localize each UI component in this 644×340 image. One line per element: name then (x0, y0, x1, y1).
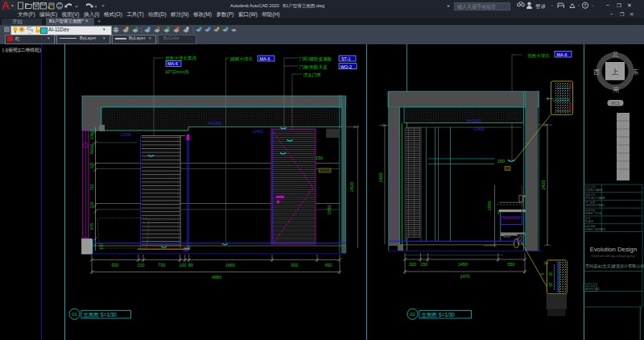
svg-text:APPROVED: APPROVED (585, 288, 600, 291)
svg-text:[-][俯视][二维线框]: [-][俯视][二维线框] (2, 47, 41, 53)
svg-text:墙面大理石: 墙面大理石 (527, 53, 550, 59)
svg-text:01: 01 (72, 312, 76, 317)
svg-text:1550: 1550 (487, 201, 492, 211)
svg-text:100: 100 (90, 133, 94, 139)
svg-text:MA-6: MA-6 (557, 52, 568, 57)
svg-text:?: ? (584, 3, 586, 8)
svg-text:100: 100 (180, 263, 187, 267)
svg-text:710: 710 (90, 184, 94, 190)
svg-text:320: 320 (409, 262, 416, 267)
svg-text:150: 150 (420, 262, 427, 267)
svg-text:东: 东 (633, 68, 639, 76)
svg-text:H=2400: H=2400 (467, 118, 481, 123)
svg-text:门扇/面贴木皮: 门扇/面贴木皮 (299, 64, 328, 70)
svg-text:550: 550 (508, 262, 515, 267)
svg-text:Evolution Design: Evolution Design (590, 246, 638, 253)
svg-text:SHEET TITLE: SHEET TITLE (585, 212, 601, 215)
svg-text:4950: 4950 (212, 275, 221, 280)
svg-text:立面图 S=1/30: 立面图 S=1/30 (84, 312, 118, 318)
svg-text:150: 150 (316, 155, 323, 160)
svg-text:西: 西 (593, 68, 600, 76)
svg-text:10*10mm沟: 10*10mm沟 (165, 69, 189, 75)
svg-text:5: 5 (541, 272, 545, 275)
svg-text:墙面大理石车沟: 墙面大理石车沟 (165, 56, 196, 61)
svg-text:640: 640 (90, 147, 94, 154)
svg-text:120: 120 (90, 201, 94, 208)
svg-text:门框/螺栓金属板: 门框/螺栓金属板 (299, 56, 332, 62)
svg-text:20: 20 (549, 272, 553, 276)
svg-text:675: 675 (90, 223, 94, 230)
svg-text:+2400: +2400 (252, 129, 263, 134)
svg-text:北: 北 (612, 51, 619, 58)
svg-text:930: 930 (112, 263, 119, 267)
svg-text:1550: 1550 (327, 205, 332, 215)
svg-text:立面图 S=1/30: 立面图 S=1/30 (422, 312, 456, 318)
svg-text:730: 730 (158, 263, 165, 267)
svg-text:DESIGN STAGE: DESIGN STAGE (585, 204, 605, 207)
svg-text:2470: 2470 (460, 274, 470, 279)
svg-text:1450: 1450 (458, 262, 468, 267)
svg-text:踢脚大理石: 踢脚大理石 (230, 56, 253, 61)
svg-text:900: 900 (291, 263, 299, 267)
svg-text:105: 105 (100, 243, 104, 250)
svg-text:Overall soft outfit space desi: Overall soft outfit space design agency (591, 255, 635, 258)
svg-text:MA-6: MA-6 (167, 61, 178, 66)
svg-text:+2348: +2348 (120, 132, 131, 137)
svg-text:详见门表: 详见门表 (303, 73, 322, 78)
svg-text:150: 150 (497, 159, 505, 164)
svg-text:2400: 2400 (378, 173, 383, 183)
svg-text:65: 65 (549, 282, 553, 287)
svg-text:南: 南 (613, 86, 620, 93)
svg-text:SCALE: SCALE (585, 220, 593, 223)
svg-text:空间进化(北京)建筑设计有限公司: 空间进化(北京)建筑设计有限公司 (585, 263, 644, 269)
svg-text:WCS: WCS (611, 102, 620, 106)
svg-text:450: 450 (325, 263, 332, 267)
svg-text:02: 02 (410, 312, 415, 317)
svg-text:80: 80 (188, 263, 193, 267)
svg-text:PROJECT NAME: PROJECT NAME (585, 197, 605, 200)
svg-text:SHEET NUMBER: SHEET NUMBER (585, 228, 606, 231)
svg-text:ST-1: ST-1 (341, 56, 350, 61)
svg-text:H=2400: H=2400 (208, 121, 222, 126)
svg-text:上: 上 (612, 68, 619, 76)
svg-text:CLIENT NAME: CLIENT NAME (585, 189, 602, 192)
svg-text:1660: 1660 (225, 263, 235, 267)
svg-text:登录: 登录 (535, 3, 547, 10)
svg-text:120: 120 (90, 162, 94, 168)
svg-text:WO-2: WO-2 (341, 64, 352, 69)
svg-text:2420: 2420 (541, 180, 546, 190)
svg-text:MA-6: MA-6 (260, 56, 270, 61)
svg-text:2420: 2420 (349, 182, 354, 192)
svg-text:100: 100 (138, 263, 145, 267)
